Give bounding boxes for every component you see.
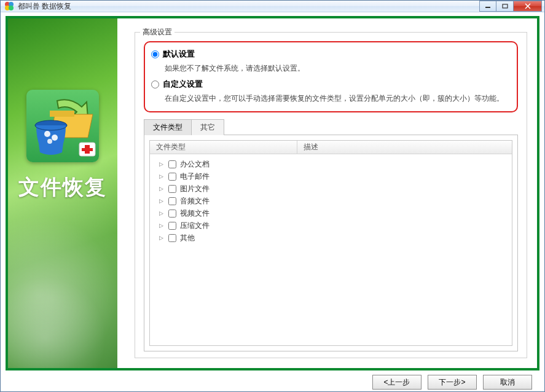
close-button[interactable] <box>514 1 542 12</box>
row-label: 压缩文件 <box>180 221 210 231</box>
client-area: 文件恢复 高级设置 默认设置 如果您不了解文件系统，请选择默认设置。 自定 <box>1 12 544 392</box>
expander-icon[interactable]: ▷ <box>157 160 165 168</box>
svg-rect-5 <box>503 4 508 8</box>
row-checkbox[interactable] <box>168 197 176 205</box>
sidebar: 文件恢复 <box>8 18 117 368</box>
row-checkbox[interactable] <box>168 222 176 230</box>
fieldset-legend: 高级设置 <box>140 27 174 37</box>
close-icon <box>524 3 531 9</box>
footer: <上一步 下一步> 取消 <box>6 370 539 392</box>
advanced-settings-group: 高级设置 默认设置 如果您不了解文件系统，请选择默认设置。 自定义设置 在自定义… <box>135 32 527 358</box>
table-body[interactable]: ▷ 办公文档 ▷ 电子邮件 ▷ <box>150 154 512 345</box>
minimize-icon <box>485 4 491 9</box>
table-row[interactable]: ▷ 视频文件 <box>154 207 508 219</box>
row-checkbox[interactable] <box>168 160 176 168</box>
minimize-button[interactable] <box>479 1 496 12</box>
table-row[interactable]: ▷ 压缩文件 <box>154 219 508 232</box>
row-label: 办公文档 <box>180 159 210 170</box>
app-window: 都叫兽 数据恢复 <box>0 0 545 392</box>
expander-icon[interactable]: ▷ <box>157 185 165 192</box>
row-label: 视频文件 <box>180 208 210 219</box>
next-button[interactable]: 下一步> <box>428 375 477 390</box>
tab-content: 文件类型 描述 ▷ 办公文档 ▷ <box>144 135 518 351</box>
radio-custom[interactable] <box>151 80 159 88</box>
expander-icon[interactable]: ▷ <box>157 234 165 241</box>
svg-point-13 <box>47 139 52 144</box>
tab-other[interactable]: 其它 <box>192 119 224 135</box>
option-custom[interactable]: 自定义设置 <box>151 79 511 90</box>
option-default[interactable]: 默认设置 <box>151 49 511 60</box>
radio-custom-label: 自定义设置 <box>163 79 203 90</box>
expander-icon[interactable]: ▷ <box>157 173 165 180</box>
svg-point-3 <box>9 6 14 10</box>
expander-icon[interactable]: ▷ <box>157 197 165 205</box>
svg-point-11 <box>44 131 50 137</box>
tab-filetype-label: 文件类型 <box>153 123 182 131</box>
tab-filetype[interactable]: 文件类型 <box>144 119 192 135</box>
options-highlight-box: 默认设置 如果您不了解文件系统，请选择默认设置。 自定义设置 在自定义设置中，您… <box>144 41 518 112</box>
row-checkbox[interactable] <box>168 210 176 218</box>
row-label: 音频文件 <box>180 196 210 206</box>
table-header: 文件类型 描述 <box>150 141 512 154</box>
row-checkbox[interactable] <box>168 173 176 181</box>
window-controls <box>479 1 542 12</box>
col-filetype[interactable]: 文件类型 <box>150 141 297 154</box>
row-checkbox[interactable] <box>168 185 176 193</box>
svg-point-12 <box>52 135 58 141</box>
content-frame: 文件恢复 高级设置 默认设置 如果您不了解文件系统，请选择默认设置。 自定 <box>6 16 539 370</box>
radio-default[interactable] <box>151 50 159 58</box>
table-row[interactable]: ▷ 音频文件 <box>154 195 508 207</box>
table-row[interactable]: ▷ 办公文档 <box>154 158 508 170</box>
prev-button[interactable]: <上一步 <box>372 375 421 390</box>
sidebar-app-icon <box>26 90 99 162</box>
tab-other-label: 其它 <box>200 123 215 131</box>
svg-rect-16 <box>82 148 93 151</box>
radio-custom-desc: 在自定义设置中，您可以手动选择需要恢复的文件类型，设置分配单元的大小（即，簇的大… <box>165 93 511 104</box>
maximize-button[interactable] <box>496 1 514 12</box>
table-row[interactable]: ▷ 其他 <box>154 232 508 244</box>
expander-icon[interactable]: ▷ <box>157 210 165 217</box>
row-label: 电子邮件 <box>180 171 210 182</box>
row-label: 图片文件 <box>180 184 210 194</box>
app-icon <box>4 1 14 11</box>
radio-default-desc: 如果您不了解文件系统，请选择默认设置。 <box>165 63 511 74</box>
expander-icon[interactable]: ▷ <box>157 222 165 229</box>
col-desc[interactable]: 描述 <box>297 142 512 152</box>
filetype-table: 文件类型 描述 ▷ 办公文档 ▷ <box>149 140 512 346</box>
main-panel: 高级设置 默认设置 如果您不了解文件系统，请选择默认设置。 自定义设置 在自定义… <box>117 18 537 368</box>
row-label: 其他 <box>180 233 195 243</box>
cancel-button[interactable]: 取消 <box>483 375 532 390</box>
maximize-icon <box>502 4 508 9</box>
row-checkbox[interactable] <box>168 234 176 242</box>
titlebar[interactable]: 都叫兽 数据恢复 <box>1 1 544 12</box>
table-row[interactable]: ▷ 电子邮件 <box>154 170 508 182</box>
radio-default-label: 默认设置 <box>163 49 195 60</box>
svg-rect-4 <box>485 7 490 8</box>
sidebar-title: 文件恢复 <box>18 173 107 202</box>
tab-bar: 文件类型 其它 <box>144 119 518 135</box>
svg-rect-8 <box>50 111 74 117</box>
table-row[interactable]: ▷ 图片文件 <box>154 182 508 195</box>
window-title: 都叫兽 数据恢复 <box>18 1 479 12</box>
